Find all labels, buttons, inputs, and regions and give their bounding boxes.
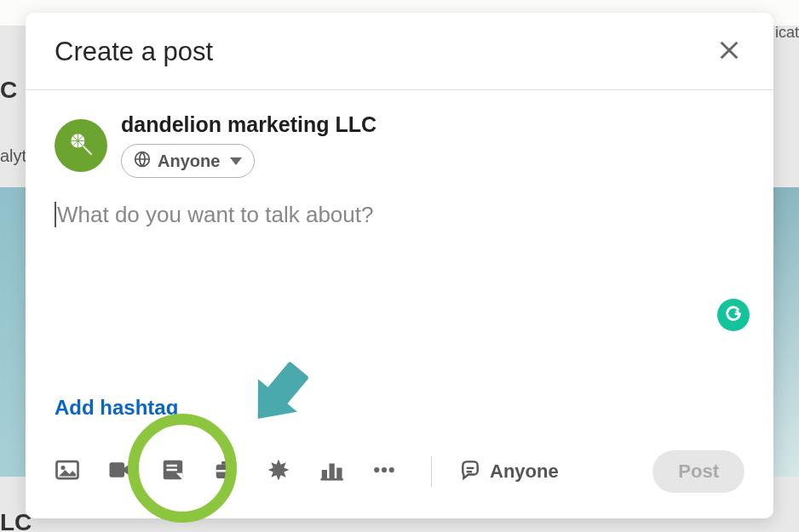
svg-rect-18	[216, 470, 236, 472]
vertical-divider	[431, 456, 432, 487]
video-icon	[107, 457, 133, 486]
speech-bubble-icon	[459, 458, 481, 485]
author-name: dandelion marketing LLC	[121, 112, 377, 137]
svg-point-12	[61, 466, 66, 470]
comment-audience-button[interactable]: Anyone	[459, 458, 559, 485]
add-poll-button[interactable]	[319, 457, 344, 486]
author-row: dandelion marketing LLC Anyone	[55, 112, 744, 178]
comment-audience-label: Anyone	[490, 460, 559, 483]
grammarly-icon	[724, 303, 743, 327]
image-icon	[55, 457, 80, 486]
create-post-modal: Create a post dandelion marketing LLC An…	[26, 13, 773, 518]
svg-point-25	[389, 467, 394, 472]
svg-rect-22	[321, 478, 343, 481]
svg-rect-19	[322, 470, 327, 478]
svg-rect-16	[167, 469, 178, 472]
background-text-fragment: icat	[775, 24, 799, 42]
audience-selector[interactable]: Anyone	[121, 144, 255, 178]
svg-rect-21	[336, 468, 342, 479]
starburst-icon	[266, 457, 291, 486]
celebrate-button[interactable]	[266, 457, 291, 486]
background-text-fragment: alyt	[0, 146, 26, 166]
modal-footer: Anyone Post	[26, 435, 773, 518]
dandelion-icon	[66, 129, 96, 163]
globe-icon	[134, 151, 151, 171]
add-hashtag-button[interactable]: Add hashtag	[55, 396, 178, 420]
add-document-button[interactable]	[160, 457, 186, 486]
modal-body: dandelion marketing LLC Anyone What do y…	[26, 90, 773, 435]
author-meta: dandelion marketing LLC Anyone	[121, 112, 377, 178]
add-photo-button[interactable]	[55, 457, 80, 486]
chevron-down-icon	[230, 157, 242, 165]
ellipsis-icon	[371, 457, 397, 486]
modal-header: Create a post	[26, 13, 773, 90]
avatar	[55, 119, 107, 172]
background-text-fragment: C	[0, 77, 17, 104]
audience-label: Anyone	[158, 152, 220, 171]
add-video-button[interactable]	[107, 457, 133, 486]
bar-chart-icon	[319, 457, 344, 486]
grammarly-badge[interactable]	[717, 299, 750, 331]
add-job-button[interactable]	[213, 457, 239, 486]
briefcase-icon	[213, 457, 239, 486]
svg-rect-20	[330, 464, 335, 479]
svg-rect-15	[167, 465, 178, 467]
post-button[interactable]: Post	[652, 450, 744, 493]
post-textarea[interactable]: What do you want to talk about?	[55, 202, 744, 312]
svg-point-24	[382, 467, 387, 472]
modal-title: Create a post	[55, 37, 213, 67]
close-icon	[717, 50, 741, 65]
svg-rect-13	[110, 462, 125, 478]
svg-point-23	[374, 467, 379, 472]
close-button[interactable]	[714, 35, 744, 69]
more-options-button[interactable]	[371, 457, 397, 486]
attachment-toolbar	[55, 457, 397, 486]
document-icon	[160, 457, 186, 486]
